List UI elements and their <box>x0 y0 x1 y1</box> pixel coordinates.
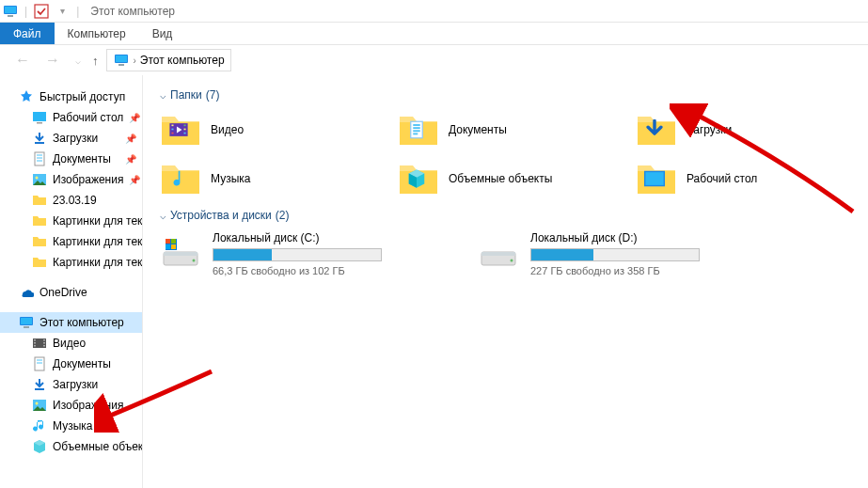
address-bar: ← → ⌵ ↑ › Этот компьютер <box>0 45 868 75</box>
free-space: 66,3 ГБ свободно из 102 ГБ <box>213 265 461 276</box>
label: Быстрый доступ <box>39 90 125 103</box>
svg-rect-6 <box>118 64 124 66</box>
folder-music[interactable]: Музыка <box>160 160 381 197</box>
sidebar-qa-documents[interactable]: Документы📌 <box>0 149 142 169</box>
folder-icon <box>636 160 677 197</box>
checkbox-icon[interactable] <box>33 3 50 20</box>
back-button[interactable]: ← <box>11 52 34 69</box>
folder-documents[interactable]: Документы <box>398 111 619 149</box>
svg-rect-8 <box>37 122 42 124</box>
folder-icon <box>160 160 201 197</box>
drive-icon <box>478 231 519 273</box>
count: (7) <box>206 88 220 102</box>
usage-bar <box>213 248 382 261</box>
history-dropdown-icon[interactable]: ⌵ <box>71 55 85 66</box>
label: Рабочий стол <box>53 111 123 124</box>
separator: | <box>76 5 79 18</box>
svg-point-57 <box>511 260 513 262</box>
drive-d[interactable]: Локальный диск (D:) 227 ГБ свободно из 3… <box>478 231 741 276</box>
label: Картинки для текст <box>53 256 143 269</box>
drive-icon <box>160 231 201 273</box>
window-title: Этот компьютер <box>90 5 175 18</box>
sidebar-pc-documents[interactable]: Документы <box>0 354 142 374</box>
picture-icon <box>32 172 47 187</box>
tab-computer[interactable]: Компьютер <box>55 23 139 44</box>
label: Рабочий стол <box>687 172 757 185</box>
sidebar-pc-3d-objects[interactable]: Объемные объекты <box>0 436 142 457</box>
folder-icon <box>398 160 439 197</box>
star-icon <box>19 89 34 104</box>
monitor-icon <box>2 3 19 20</box>
usage-fill <box>213 249 272 260</box>
section-header-drives[interactable]: ⌵ Устройства и диски (2) <box>160 209 857 222</box>
pin-icon: 📌 <box>125 154 136 165</box>
document-icon <box>32 356 47 371</box>
svg-rect-7 <box>33 112 46 121</box>
label: Документы <box>53 152 111 165</box>
drive-c[interactable]: Локальный диск (C:) 66,3 ГБ свободно из … <box>160 231 461 276</box>
sidebar-pc-pictures[interactable]: Изображения <box>0 395 142 416</box>
folder-icon <box>398 111 439 149</box>
svg-rect-23 <box>43 339 45 341</box>
svg-point-15 <box>36 177 39 180</box>
folder-3d-objects[interactable]: Объемные объекты <box>398 160 619 197</box>
svg-rect-38 <box>184 133 186 134</box>
folder-downloads[interactable]: Загрузки <box>636 111 857 149</box>
folder-icon <box>160 111 201 149</box>
titlebar: | ▾ | Этот компьютер <box>0 0 868 23</box>
svg-rect-34 <box>171 129 173 131</box>
separator: | <box>24 5 27 18</box>
download-arrow-icon <box>32 131 47 146</box>
sidebar-qa-desktop[interactable]: Рабочий стол📌 <box>0 107 142 128</box>
count: (2) <box>276 209 290 222</box>
ribbon: Файл Компьютер Вид <box>0 23 868 45</box>
chevron-right-icon[interactable]: › <box>134 55 136 66</box>
label: Загрузки <box>687 123 732 136</box>
sidebar-qa-pics3[interactable]: Картинки для текст <box>0 252 142 273</box>
sidebar-qa-date-folder[interactable]: 23.03.19 <box>0 190 142 211</box>
monitor-icon <box>19 315 34 330</box>
breadcrumb-root[interactable]: Этот компьютер <box>140 54 225 67</box>
sidebar-onedrive[interactable]: OneDrive <box>0 282 142 303</box>
sidebar-qa-pics2[interactable]: Картинки для текст <box>0 231 142 252</box>
svg-rect-52 <box>171 239 176 244</box>
sidebar-pc-downloads[interactable]: Загрузки <box>0 374 142 395</box>
label: Документы <box>449 123 507 136</box>
sidebar-pc-music[interactable]: Музыка <box>0 416 142 436</box>
pin-icon: 📌 <box>129 175 140 185</box>
usage-bar <box>530 248 700 261</box>
tab-view[interactable]: Вид <box>139 23 186 44</box>
label: Музыка <box>211 172 250 185</box>
sidebar-quick-access[interactable]: Быстрый доступ <box>0 87 142 107</box>
section-header-folders[interactable]: ⌵ Папки (7) <box>160 88 857 102</box>
qat-dropdown-icon[interactable]: ▾ <box>54 3 71 20</box>
sidebar-this-pc[interactable]: Этот компьютер <box>0 312 142 333</box>
svg-rect-54 <box>171 244 176 249</box>
label: Видео <box>53 337 86 350</box>
sidebar-qa-pictures[interactable]: Изображения📌 <box>0 169 142 190</box>
label: 23.03.19 <box>53 194 97 207</box>
sidebar-pc-videos[interactable]: Видео <box>0 333 142 354</box>
folder-videos[interactable]: Видео <box>160 111 381 149</box>
navigation-pane[interactable]: Быстрый доступ Рабочий стол📌 Загрузки📌 Д… <box>0 75 143 488</box>
sidebar-qa-pics1[interactable]: Картинки для текст <box>0 211 142 231</box>
onedrive-icon <box>19 285 34 300</box>
folder-icon <box>32 234 47 249</box>
label: Папки <box>170 88 202 102</box>
folder-desktop[interactable]: Рабочий стол <box>636 160 857 197</box>
tab-file[interactable]: Файл <box>0 23 55 44</box>
content-area: ⌵ Папки (7) Видео Документы <box>143 75 868 488</box>
address-box[interactable]: › Этот компьютер <box>106 49 231 71</box>
svg-rect-9 <box>35 142 44 144</box>
label: Картинки для текст <box>53 214 143 228</box>
svg-rect-22 <box>34 345 36 347</box>
svg-rect-33 <box>171 125 173 127</box>
svg-rect-36 <box>184 125 186 127</box>
svg-rect-39 <box>411 121 423 138</box>
up-button[interactable]: ↑ <box>92 54 99 68</box>
video-icon <box>32 336 47 351</box>
forward-button[interactable]: → <box>41 52 64 69</box>
svg-rect-17 <box>21 318 32 324</box>
svg-rect-5 <box>116 55 127 62</box>
sidebar-qa-downloads[interactable]: Загрузки📌 <box>0 128 142 149</box>
